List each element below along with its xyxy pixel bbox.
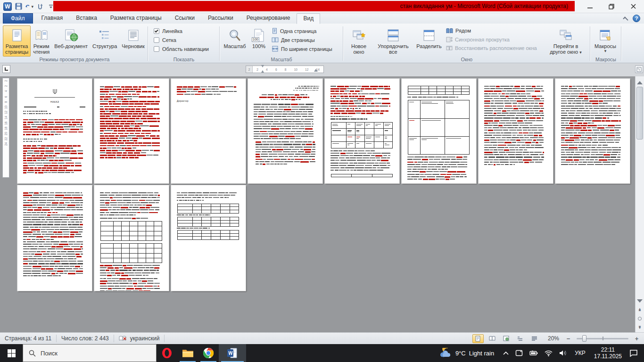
draft-button[interactable]: Черновик <box>119 25 147 57</box>
close-button[interactable] <box>622 0 644 13</box>
zoom-level-label[interactable]: 20% <box>548 335 559 342</box>
vertical-scrollbar[interactable]: ▲▲ ▼▼ <box>635 76 644 332</box>
tab-file[interactable]: Файл <box>3 13 33 24</box>
arrange-all-button[interactable]: Упорядочить все <box>372 25 414 57</box>
vertical-ruler[interactable]: 224681012141618202224 <box>2 78 9 178</box>
ruler-checkbox[interactable]: Линейка <box>154 28 209 34</box>
taskbar-app-chrome[interactable] <box>198 344 219 362</box>
taskbar-weather-widget[interactable]: 9°C Light rain <box>434 348 500 358</box>
document-canvas[interactable]: 224681012141618202224 НАКАЗДиректор ▲▲ ▼… <box>0 76 644 332</box>
tab-references[interactable]: Ссылки <box>168 13 201 24</box>
action-center-button[interactable] <box>626 344 644 362</box>
language-indicator[interactable]: украинский <box>114 335 165 342</box>
tab-home[interactable]: Главная <box>35 13 70 24</box>
repeat-button[interactable] <box>36 2 44 11</box>
zoom-in-button[interactable]: + <box>633 335 640 342</box>
view-ruler-toggle-button[interactable] <box>635 66 643 73</box>
zoom-out-button[interactable]: − <box>565 335 572 342</box>
previous-page-button[interactable]: ▲▲ <box>636 306 643 313</box>
tray-show-hidden-icons-button[interactable] <box>500 344 512 362</box>
help-button[interactable]: ? <box>633 15 640 22</box>
scroll-up-button[interactable] <box>637 78 643 82</box>
document-page-7[interactable] <box>479 79 553 183</box>
qat-customize-button[interactable] <box>47 2 55 11</box>
right-margin-marker-icon[interactable] <box>314 67 318 72</box>
macros-button[interactable]: Макросы ▾ <box>592 25 619 57</box>
word-count-indicator[interactable]: Число слов: 2 443 <box>57 335 114 342</box>
tray-wifi-icon[interactable] <box>541 344 556 362</box>
tab-stop-selector[interactable] <box>2 65 10 73</box>
page-content-block <box>23 222 86 222</box>
two-pages-button[interactable]: Две страницы <box>272 37 332 43</box>
select-browse-object-button[interactable] <box>636 315 643 322</box>
switch-windows-button[interactable]: Перейти в другое окно ▾ <box>544 25 587 57</box>
tray-battery-icon[interactable] <box>526 344 541 362</box>
page-width-button[interactable]: По ширине страницы <box>272 46 332 52</box>
next-page-button[interactable]: ▼▼ <box>636 324 643 331</box>
page-content-block <box>254 86 317 90</box>
taskbar-app-explorer[interactable] <box>177 344 198 362</box>
taskbar-search-input[interactable]: Поиск <box>23 344 157 362</box>
view-side-by-side-button[interactable]: Рядом <box>446 28 542 33</box>
taskbar-app-opera[interactable] <box>157 344 177 362</box>
status-web-layout-button[interactable] <box>501 334 512 343</box>
tab-insert[interactable]: Вставка <box>69 13 104 24</box>
zoom-slider[interactable] <box>577 338 628 339</box>
document-page-4[interactable] <box>248 79 322 183</box>
page-content-block <box>177 197 231 198</box>
document-page-1[interactable]: НАКАЗ <box>17 79 92 183</box>
page-indicator[interactable]: Страница: 4 из 11 <box>0 335 57 342</box>
one-page-button[interactable]: Одна страница <box>272 28 332 34</box>
page-content-block <box>100 130 163 133</box>
page-content-block <box>100 283 163 284</box>
status-fullscreen-reading-icon <box>489 336 495 341</box>
undo-button[interactable]: ▾ <box>25 2 33 11</box>
status-draft-button[interactable] <box>529 334 540 343</box>
status-fullscreen-reading-button[interactable] <box>487 334 498 343</box>
tray-language-indicator[interactable]: УКР <box>570 350 590 356</box>
print-layout-button[interactable]: Разметка страницы <box>3 25 31 57</box>
split-button[interactable]: Разделить <box>414 25 444 57</box>
indent-marker-icon[interactable] <box>261 65 264 71</box>
tray-tablet-mode-icon[interactable] <box>512 344 526 362</box>
fullscreen-reading-button[interactable]: Режим чтения <box>31 25 52 57</box>
document-page-11[interactable] <box>171 185 246 291</box>
web-layout-button[interactable]: Веб-документ <box>52 25 90 57</box>
horizontal-ruler[interactable]: 2 2468101214 <box>246 66 324 73</box>
document-page-5[interactable] <box>325 79 399 183</box>
undo-dropdown-arrow-icon[interactable]: ▾ <box>31 5 33 8</box>
document-page-9[interactable] <box>17 185 92 291</box>
save-button[interactable] <box>14 2 23 11</box>
status-print-layout-button[interactable] <box>472 334 484 343</box>
document-page-10[interactable] <box>94 185 169 291</box>
gridlines-checkbox[interactable]: Сетка <box>154 37 209 43</box>
maximize-button[interactable] <box>601 0 622 13</box>
minimize-button[interactable] <box>579 0 601 13</box>
new-window-button[interactable]: Новое окно <box>345 25 372 57</box>
tab-review[interactable]: Рецензирование <box>240 13 297 24</box>
collapse-ribbon-icon[interactable] <box>623 16 628 22</box>
tab-view[interactable]: Вид <box>297 13 320 24</box>
tray-volume-icon[interactable] <box>556 344 570 362</box>
word-logo-icon[interactable]: W <box>3 2 12 11</box>
tray-clock[interactable]: 22:11 17.11.2025 <box>590 346 626 360</box>
taskbar-app-word[interactable] <box>219 344 246 362</box>
page-content-block <box>561 88 624 89</box>
outline-button[interactable]: Структура <box>90 25 119 57</box>
scroll-down-button[interactable] <box>637 299 643 303</box>
document-page-3[interactable]: Директор <box>171 79 246 183</box>
scrollbar-thumb[interactable] <box>636 87 643 140</box>
zoom-button[interactable]: Масштаб <box>222 25 248 57</box>
start-button[interactable] <box>0 344 23 362</box>
page-content-block <box>100 125 163 126</box>
page-content-block <box>100 101 163 102</box>
tab-page-layout[interactable]: Разметка страницы <box>104 13 168 24</box>
navigation-pane-checkbox[interactable]: Область навигации <box>154 46 209 52</box>
zoom-100-button[interactable]: 100 100% <box>248 25 270 57</box>
tab-mailings[interactable]: Рассылки <box>201 13 240 24</box>
status-outline-button[interactable] <box>515 334 526 343</box>
zoom-slider-thumb[interactable] <box>582 335 586 342</box>
document-page-2[interactable] <box>94 79 169 183</box>
document-page-8[interactable] <box>555 79 630 183</box>
document-page-6[interactable] <box>402 79 476 183</box>
